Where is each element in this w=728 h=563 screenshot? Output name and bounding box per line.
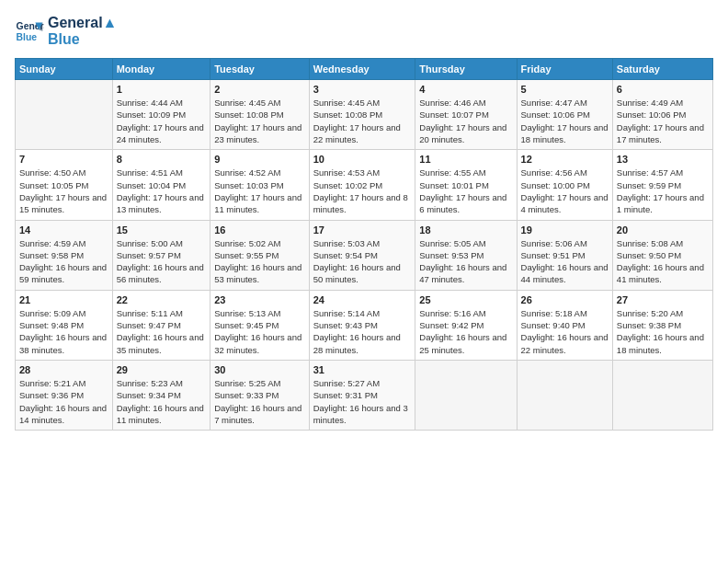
day-number: 11 bbox=[419, 154, 512, 165]
page-container: General Blue General▲ Blue SundayMondayT… bbox=[0, 0, 728, 440]
day-number: 3 bbox=[313, 84, 412, 95]
day-number: 14 bbox=[19, 224, 108, 236]
day-cell: 17Sunrise: 5:03 AMSunset: 9:54 PMDayligh… bbox=[309, 220, 415, 290]
day-cell: 7Sunrise: 4:50 AMSunset: 10:05 PMDayligh… bbox=[16, 150, 113, 220]
day-cell: 16Sunrise: 5:02 AMSunset: 9:55 PMDayligh… bbox=[210, 220, 310, 290]
day-cell bbox=[415, 360, 517, 430]
day-cell: 12Sunrise: 4:56 AMSunset: 10:00 PMDaylig… bbox=[517, 150, 612, 220]
day-cell: 26Sunrise: 5:18 AMSunset: 9:40 PMDayligh… bbox=[517, 290, 612, 360]
day-number: 23 bbox=[214, 294, 305, 305]
day-number: 29 bbox=[117, 364, 207, 375]
calendar-header-row: SundayMondayTuesdayWednesdayThursdayFrid… bbox=[16, 59, 713, 80]
day-cell: 22Sunrise: 5:11 AMSunset: 9:47 PMDayligh… bbox=[112, 290, 210, 360]
day-number: 21 bbox=[19, 294, 108, 305]
day-number: 28 bbox=[19, 364, 108, 375]
day-cell: 19Sunrise: 5:06 AMSunset: 9:51 PMDayligh… bbox=[517, 220, 612, 290]
day-detail: Sunrise: 5:11 AMSunset: 9:47 PMDaylight:… bbox=[117, 307, 207, 356]
day-detail: Sunrise: 4:52 AMSunset: 10:03 PMDaylight… bbox=[214, 167, 305, 215]
day-number: 2 bbox=[214, 84, 305, 95]
day-detail: Sunrise: 5:20 AMSunset: 9:38 PMDaylight:… bbox=[617, 307, 709, 356]
day-detail: Sunrise: 5:13 AMSunset: 9:45 PMDaylight:… bbox=[214, 307, 305, 356]
day-number: 8 bbox=[117, 154, 207, 165]
day-detail: Sunrise: 5:02 AMSunset: 9:55 PMDaylight:… bbox=[214, 237, 305, 286]
svg-text:Blue: Blue bbox=[17, 31, 38, 41]
day-cell: 13Sunrise: 4:57 AMSunset: 9:59 PMDayligh… bbox=[612, 150, 712, 220]
calendar-body: 1Sunrise: 4:44 AMSunset: 10:09 PMDayligh… bbox=[16, 80, 713, 431]
week-row-3: 14Sunrise: 4:59 AMSunset: 9:58 PMDayligh… bbox=[16, 220, 713, 290]
day-number: 4 bbox=[419, 84, 512, 95]
header: General Blue General▲ Blue bbox=[15, 15, 713, 47]
day-number: 27 bbox=[617, 294, 709, 305]
day-number: 18 bbox=[419, 224, 512, 236]
day-detail: Sunrise: 4:51 AMSunset: 10:04 PMDaylight… bbox=[117, 167, 207, 215]
day-number: 16 bbox=[214, 224, 305, 236]
day-number: 10 bbox=[313, 154, 412, 165]
day-cell: 9Sunrise: 4:52 AMSunset: 10:03 PMDayligh… bbox=[210, 150, 310, 220]
day-cell bbox=[16, 80, 113, 150]
week-row-5: 28Sunrise: 5:21 AMSunset: 9:36 PMDayligh… bbox=[16, 360, 713, 430]
day-number: 6 bbox=[617, 84, 709, 95]
day-number: 22 bbox=[117, 294, 207, 305]
day-cell: 24Sunrise: 5:14 AMSunset: 9:43 PMDayligh… bbox=[309, 290, 415, 360]
day-detail: Sunrise: 4:55 AMSunset: 10:01 PMDaylight… bbox=[419, 167, 512, 215]
day-detail: Sunrise: 4:45 AMSunset: 10:08 PMDaylight… bbox=[214, 97, 305, 145]
day-cell: 14Sunrise: 4:59 AMSunset: 9:58 PMDayligh… bbox=[16, 220, 113, 290]
day-number: 30 bbox=[214, 364, 305, 375]
day-cell: 27Sunrise: 5:20 AMSunset: 9:38 PMDayligh… bbox=[612, 290, 712, 360]
day-number: 19 bbox=[521, 224, 609, 236]
day-detail: Sunrise: 5:18 AMSunset: 9:40 PMDaylight:… bbox=[521, 307, 609, 356]
day-cell: 5Sunrise: 4:47 AMSunset: 10:06 PMDayligh… bbox=[517, 80, 612, 150]
week-row-1: 1Sunrise: 4:44 AMSunset: 10:09 PMDayligh… bbox=[16, 80, 713, 150]
day-detail: Sunrise: 5:25 AMSunset: 9:33 PMDaylight:… bbox=[214, 377, 305, 426]
day-number: 20 bbox=[617, 224, 709, 236]
day-detail: Sunrise: 4:49 AMSunset: 10:06 PMDaylight… bbox=[617, 97, 709, 145]
day-number: 12 bbox=[521, 154, 609, 165]
day-header-wednesday: Wednesday bbox=[309, 59, 415, 80]
day-detail: Sunrise: 5:16 AMSunset: 9:42 PMDaylight:… bbox=[419, 307, 512, 356]
day-number: 17 bbox=[313, 224, 412, 236]
day-number: 25 bbox=[419, 294, 512, 305]
day-cell: 15Sunrise: 5:00 AMSunset: 9:57 PMDayligh… bbox=[112, 220, 210, 290]
day-header-friday: Friday bbox=[517, 59, 612, 80]
day-detail: Sunrise: 5:05 AMSunset: 9:53 PMDaylight:… bbox=[419, 237, 512, 286]
day-cell bbox=[612, 360, 712, 430]
day-detail: Sunrise: 4:44 AMSunset: 10:09 PMDaylight… bbox=[117, 97, 207, 145]
week-row-4: 21Sunrise: 5:09 AMSunset: 9:48 PMDayligh… bbox=[16, 290, 713, 360]
day-cell: 20Sunrise: 5:08 AMSunset: 9:50 PMDayligh… bbox=[612, 220, 712, 290]
logo-text: General▲ Blue bbox=[48, 15, 117, 47]
day-detail: Sunrise: 4:53 AMSunset: 10:02 PMDaylight… bbox=[313, 167, 412, 215]
day-cell: 8Sunrise: 4:51 AMSunset: 10:04 PMDayligh… bbox=[112, 150, 210, 220]
day-detail: Sunrise: 5:06 AMSunset: 9:51 PMDaylight:… bbox=[521, 237, 609, 286]
day-cell: 4Sunrise: 4:46 AMSunset: 10:07 PMDayligh… bbox=[415, 80, 517, 150]
day-detail: Sunrise: 5:03 AMSunset: 9:54 PMDaylight:… bbox=[313, 237, 412, 286]
day-header-saturday: Saturday bbox=[612, 59, 712, 80]
day-number: 26 bbox=[521, 294, 609, 305]
day-detail: Sunrise: 5:21 AMSunset: 9:36 PMDaylight:… bbox=[19, 377, 108, 426]
day-number: 24 bbox=[313, 294, 412, 305]
day-cell: 6Sunrise: 4:49 AMSunset: 10:06 PMDayligh… bbox=[612, 80, 712, 150]
day-detail: Sunrise: 4:45 AMSunset: 10:08 PMDaylight… bbox=[313, 97, 412, 145]
day-cell: 31Sunrise: 5:27 AMSunset: 9:31 PMDayligh… bbox=[309, 360, 415, 430]
day-detail: Sunrise: 4:59 AMSunset: 9:58 PMDaylight:… bbox=[19, 237, 108, 286]
day-cell: 18Sunrise: 5:05 AMSunset: 9:53 PMDayligh… bbox=[415, 220, 517, 290]
day-cell: 10Sunrise: 4:53 AMSunset: 10:02 PMDaylig… bbox=[309, 150, 415, 220]
day-header-tuesday: Tuesday bbox=[210, 59, 310, 80]
day-detail: Sunrise: 5:23 AMSunset: 9:34 PMDaylight:… bbox=[117, 377, 207, 426]
day-number: 13 bbox=[617, 154, 709, 165]
logo: General Blue General▲ Blue bbox=[15, 15, 117, 47]
day-detail: Sunrise: 5:27 AMSunset: 9:31 PMDaylight:… bbox=[313, 377, 412, 426]
day-header-monday: Monday bbox=[112, 59, 210, 80]
day-cell: 28Sunrise: 5:21 AMSunset: 9:36 PMDayligh… bbox=[16, 360, 113, 430]
day-number: 7 bbox=[19, 154, 108, 165]
day-number: 15 bbox=[117, 224, 207, 236]
day-detail: Sunrise: 4:47 AMSunset: 10:06 PMDaylight… bbox=[521, 97, 609, 145]
day-cell bbox=[517, 360, 612, 430]
day-detail: Sunrise: 5:08 AMSunset: 9:50 PMDaylight:… bbox=[617, 237, 709, 286]
day-detail: Sunrise: 5:00 AMSunset: 9:57 PMDaylight:… bbox=[117, 237, 207, 286]
day-detail: Sunrise: 4:57 AMSunset: 9:59 PMDaylight:… bbox=[617, 167, 709, 215]
week-row-2: 7Sunrise: 4:50 AMSunset: 10:05 PMDayligh… bbox=[16, 150, 713, 220]
day-number: 9 bbox=[214, 154, 305, 165]
day-detail: Sunrise: 4:56 AMSunset: 10:00 PMDaylight… bbox=[521, 167, 609, 215]
day-number: 1 bbox=[117, 84, 207, 95]
day-detail: Sunrise: 4:46 AMSunset: 10:07 PMDaylight… bbox=[419, 97, 512, 145]
